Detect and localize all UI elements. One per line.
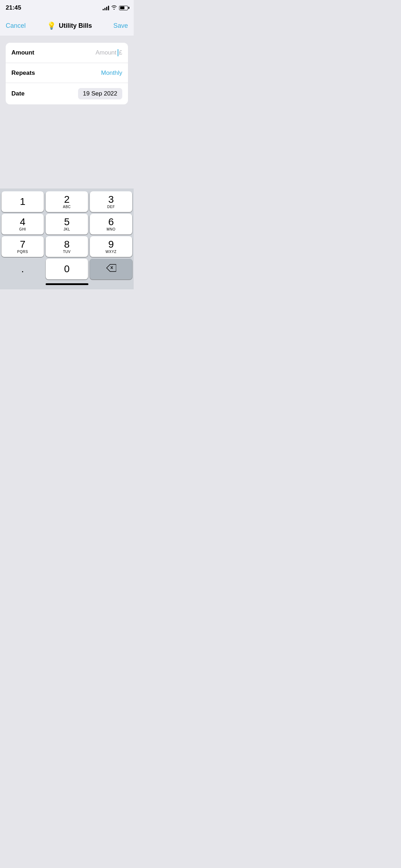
- key-7[interactable]: 7 PQRS: [1, 236, 44, 257]
- key-6-letters: MNO: [107, 227, 115, 231]
- key-9-letters: WXYZ: [106, 250, 117, 254]
- key-4-number: 4: [20, 217, 26, 227]
- wifi-icon: [111, 5, 117, 11]
- keyboard-row-3: 7 PQRS 8 TUV 9 WXYZ: [1, 236, 132, 257]
- key-1[interactable]: 1: [1, 191, 44, 212]
- repeats-value: Monthly: [101, 69, 122, 77]
- keyboard: 1 2 ABC 3 DEF 4 GHI 5 JKL 6 MNO 7 PQRS: [0, 188, 134, 289]
- battery-icon: [119, 6, 128, 10]
- date-label: Date: [11, 90, 25, 97]
- key-delete[interactable]: [90, 259, 132, 279]
- status-icons: [103, 5, 128, 11]
- key-dot[interactable]: .: [1, 259, 44, 279]
- key-4-letters: GHI: [19, 227, 26, 231]
- save-button[interactable]: Save: [113, 22, 128, 30]
- key-3[interactable]: 3 DEF: [90, 191, 132, 212]
- repeats-row[interactable]: Repeats Monthly: [6, 63, 128, 83]
- nav-bar: Cancel 💡 Utility Bills Save: [0, 16, 134, 36]
- date-value[interactable]: 19 Sep 2022: [78, 88, 122, 99]
- key-3-letters: DEF: [107, 205, 115, 209]
- key-7-letters: PQRS: [17, 250, 28, 254]
- date-row[interactable]: Date 19 Sep 2022: [6, 83, 128, 104]
- cancel-button[interactable]: Cancel: [6, 22, 26, 30]
- key-7-number: 7: [20, 239, 26, 249]
- keyboard-row-1: 1 2 ABC 3 DEF: [1, 191, 132, 212]
- status-bar: 21:45: [0, 0, 134, 16]
- key-8-number: 8: [64, 239, 70, 249]
- title-emoji: 💡: [47, 21, 56, 30]
- text-cursor: [118, 49, 118, 56]
- amount-row[interactable]: Amount Amount £: [6, 43, 128, 63]
- key-6[interactable]: 6 MNO: [90, 214, 132, 234]
- key-0[interactable]: 0: [46, 259, 88, 279]
- key-8-letters: TUV: [63, 250, 71, 254]
- nav-title: 💡 Utility Bills: [47, 21, 92, 30]
- repeats-label: Repeats: [11, 69, 35, 77]
- key-4[interactable]: 4 GHI: [1, 214, 44, 234]
- key-0-number: 0: [64, 264, 70, 274]
- form-card: Amount Amount £ Repeats Monthly Date 19 …: [6, 43, 128, 104]
- currency-symbol: £: [119, 49, 122, 56]
- keyboard-row-4: . 0: [1, 259, 132, 279]
- key-3-number: 3: [108, 195, 114, 205]
- key-5-number: 5: [64, 217, 70, 227]
- key-1-number: 1: [20, 197, 26, 207]
- key-2[interactable]: 2 ABC: [46, 191, 88, 212]
- signal-icon: [103, 5, 109, 10]
- key-5[interactable]: 5 JKL: [46, 214, 88, 234]
- key-9[interactable]: 9 WXYZ: [90, 236, 132, 257]
- amount-value[interactable]: Amount £: [96, 49, 122, 56]
- amount-label: Amount: [11, 49, 34, 56]
- title-text: Utility Bills: [59, 22, 92, 30]
- amount-placeholder: Amount: [96, 49, 117, 56]
- key-2-letters: ABC: [63, 205, 71, 209]
- key-8[interactable]: 8 TUV: [46, 236, 88, 257]
- key-5-letters: JKL: [63, 227, 70, 231]
- key-2-number: 2: [64, 195, 70, 205]
- key-6-number: 6: [108, 217, 114, 227]
- home-indicator: [1, 281, 132, 288]
- key-9-number: 9: [108, 239, 114, 249]
- keyboard-row-2: 4 GHI 5 JKL 6 MNO: [1, 214, 132, 234]
- key-dot-label: .: [21, 263, 24, 275]
- delete-icon: [106, 264, 116, 274]
- status-time: 21:45: [6, 4, 21, 11]
- home-bar: [46, 283, 88, 285]
